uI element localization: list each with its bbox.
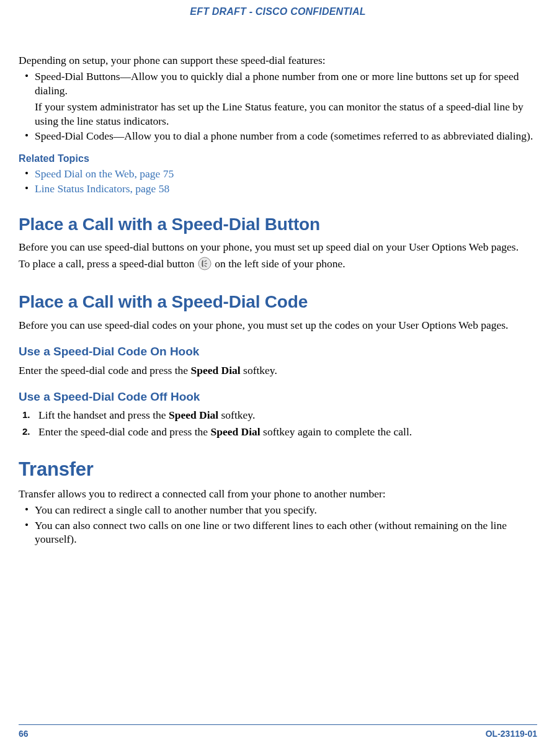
softkey-name: Speed Dial (190, 364, 240, 376)
sdbutton-paragraph-1: Before you can use speed-dial buttons on… (19, 240, 537, 254)
link-speed-dial-web[interactable]: Speed Dial on the Web, page 75 (35, 167, 174, 180)
softkey-name: Speed Dial (210, 425, 260, 438)
list-item: Line Status Indicators, page 58 (19, 182, 537, 195)
intro-bullet-list: Speed-Dial Buttons—Allow you to quickly … (19, 69, 537, 143)
list-item: You can redirect a single call to anothe… (19, 503, 537, 517)
bullet-text: Speed-Dial Codes—Allow you to dial a pho… (35, 130, 533, 142)
heading-place-call-speed-dial-code: Place a Call with a Speed-Dial Code (19, 291, 537, 313)
text-fragment: Enter the speed-dial code and press the (19, 364, 190, 376)
text-fragment: To place a call, press a speed-dial butt… (19, 257, 197, 270)
sdbutton-paragraph-2: To place a call, press a speed-dial butt… (19, 257, 537, 273)
page-number: 66 (19, 729, 29, 739)
confidential-header: EFT DRAFT - CISCO CONFIDENTIAL (19, 6, 537, 17)
bullet-text: You can redirect a single call to anothe… (35, 504, 317, 516)
list-item: 2. Enter the speed-dial code and press t… (19, 425, 537, 438)
step-number: 2. (22, 425, 30, 437)
related-topics-list: Speed Dial on the Web, page 75 Line Stat… (19, 167, 537, 196)
document-number: OL-23119-01 (486, 729, 537, 739)
softkey-name: Speed Dial (169, 409, 218, 421)
heading-off-hook: Use a Speed-Dial Code Off Hook (19, 389, 537, 404)
bullet-text: You can also connect two calls on one li… (35, 519, 507, 545)
step-number: 1. (22, 409, 30, 420)
onhook-paragraph: Enter the speed-dial code and press the … (19, 363, 537, 377)
text-fragment: on the left side of your phone. (212, 257, 345, 270)
heading-transfer: Transfer (19, 457, 537, 482)
text-fragment: softkey. (241, 364, 277, 376)
bullet-text: Speed-Dial Buttons—Allow you to quickly … (35, 70, 519, 96)
heading-on-hook: Use a Speed-Dial Code On Hook (19, 344, 537, 359)
offhook-steps: 1. Lift the handset and press the Speed … (19, 408, 537, 438)
text-fragment: softkey again to complete the call. (261, 425, 412, 438)
text-fragment: Enter the speed-dial code and press the (38, 425, 210, 438)
page-footer: 66 OL-23119-01 (19, 724, 537, 739)
bullet-subtext: If your system administrator has set up … (35, 100, 537, 128)
intro-paragraph: Depending on setup, your phone can suppo… (19, 53, 537, 67)
transfer-bullet-list: You can redirect a single call to anothe… (19, 503, 537, 546)
list-item: 1. Lift the handset and press the Speed … (19, 408, 537, 422)
text-fragment: softkey. (218, 409, 255, 421)
related-topics-heading: Related Topics (19, 153, 537, 165)
list-item: Speed Dial on the Web, page 75 (19, 167, 537, 180)
list-item: Speed-Dial Codes—Allow you to dial a pho… (19, 129, 537, 143)
heading-place-call-speed-dial-button: Place a Call with a Speed-Dial Button (19, 213, 537, 236)
sdcode-paragraph: Before you can use speed-dial codes on y… (19, 318, 537, 332)
link-line-status-indicators[interactable]: Line Status Indicators, page 58 (35, 182, 169, 195)
list-item: You can also connect two calls on one li… (19, 518, 537, 546)
transfer-paragraph: Transfer allows you to redirect a connec… (19, 487, 537, 500)
text-fragment: Lift the handset and press the (38, 409, 169, 421)
list-item: Speed-Dial Buttons—Allow you to quickly … (19, 69, 537, 128)
speed-dial-button-icon (198, 257, 212, 273)
